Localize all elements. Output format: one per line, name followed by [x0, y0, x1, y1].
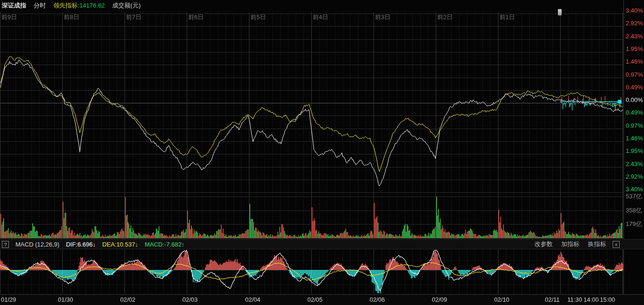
dayband-label-8: 前8日	[64, 14, 79, 21]
date-tick-0130: 01/30	[58, 297, 73, 303]
macd-title: MACD (12,26,9)	[15, 241, 59, 248]
indicator-actions: 改参数 加指标 换指标	[534, 240, 606, 248]
time-tick-1130: 11:30	[567, 297, 582, 303]
dayband-label-7: 前7日	[126, 14, 141, 21]
dayband-label-6: 前6日	[188, 14, 204, 21]
vol-tick-358: 358亿	[626, 207, 642, 214]
mode-tab-intraday[interactable]: 分时	[34, 1, 46, 10]
header-bar: 深证成指 分时 领先指标:14176.62 成交额(元)	[0, 0, 644, 11]
pct-tick-p292: 2.92%	[626, 20, 643, 27]
leading-indicator-label: 领先指标:	[53, 2, 80, 9]
date-tick-0129: 01/29	[1, 297, 16, 303]
macd-value: MACD:-7.682↑	[145, 241, 184, 248]
date-tick-0211: 02/11	[545, 297, 560, 303]
change-params-button[interactable]: 改参数	[534, 240, 553, 248]
switch-indicator-button[interactable]: 换指标	[588, 240, 606, 248]
date-tick-0202: 02/02	[120, 297, 136, 303]
pct-tick-m243: 2.43%	[626, 161, 643, 167]
leading-indicator-group: 领先指标:14176.62	[53, 1, 105, 10]
leading-indicator-value: 14176.62	[80, 2, 105, 9]
pct-tick-m340: 3.40%	[626, 186, 643, 193]
pct-tick-p049: 0.49%	[626, 84, 643, 91]
dea-value: DEA:10.537↓	[102, 241, 139, 248]
index-name: 深证成指	[2, 1, 26, 10]
turnover-label: 成交额(元)	[112, 1, 141, 10]
pct-tick-zero: 0.00%	[626, 97, 643, 103]
date-tick-0205: 02/05	[307, 297, 323, 303]
dayband-label-2: 前2日	[437, 14, 453, 21]
help-icon[interactable]: ?	[2, 241, 9, 248]
dayband-label-3: 前3日	[375, 14, 390, 21]
time-tick-1400: 14:00	[584, 297, 599, 303]
pct-tick-m049: 0.49%	[626, 109, 643, 116]
date-tick-0204: 02/04	[245, 297, 261, 303]
macd-toolbar: ? MACD (12,26,9) DIF:6.696↓ DEA:10.537↓ …	[0, 239, 644, 249]
dayband-label-5: 前5日	[250, 14, 266, 21]
add-indicator-button[interactable]: 加指标	[561, 240, 579, 248]
pct-tick-m146: 1.46%	[626, 135, 643, 142]
vol-tick-179: 179亿	[626, 221, 642, 227]
dayband-label-9: 前9日	[1, 14, 17, 21]
date-tick-0209: 02/09	[432, 297, 447, 303]
pct-tick-p195: 1.95%	[626, 46, 643, 52]
pct-tick-p243: 2.43%	[626, 33, 643, 40]
date-tick-0203: 02/03	[183, 297, 198, 303]
time-tick-1500: 15:00	[600, 297, 615, 303]
pct-tick-m292: 2.92%	[626, 174, 643, 180]
pct-tick-p340: 3.40%	[626, 7, 643, 14]
pct-tick-p097: 0.97%	[626, 72, 643, 78]
chart-canvas[interactable]	[0, 0, 644, 305]
close-icon[interactable]: ×	[613, 241, 620, 248]
dayband-label-1: 前1日	[499, 14, 515, 21]
dayband-label-4: 前4日	[313, 14, 328, 21]
pct-tick-p146: 1.46%	[626, 58, 643, 65]
pct-tick-m195: 1.95%	[626, 148, 643, 154]
stock-app-window: 深证成指 分时 领先指标:14176.62 成交额(元) 前9日 前8日 前7日…	[0, 0, 644, 305]
pct-tick-m097: 0.97%	[626, 123, 643, 129]
dif-value: DIF:6.696↓	[66, 241, 96, 248]
date-tick-0206: 02/06	[370, 297, 385, 303]
vol-tick-537: 537亿	[626, 193, 642, 200]
date-tick-0210: 02/10	[494, 297, 510, 303]
scroll-thumb[interactable]	[558, 9, 562, 15]
